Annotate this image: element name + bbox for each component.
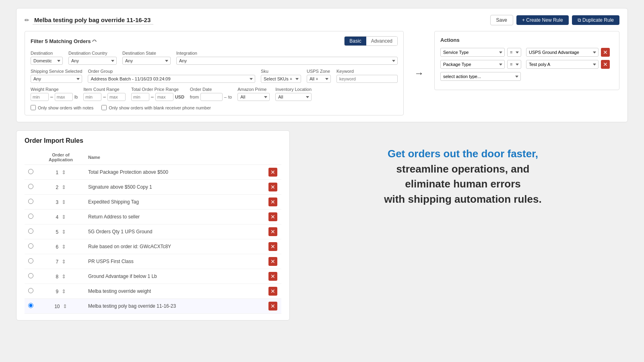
item-count-max[interactable] xyxy=(107,93,126,101)
rule-remove-button-5[interactable]: ✕ xyxy=(268,227,277,236)
rule-name-cell-1: Total Package Protection above $500 xyxy=(85,165,265,180)
filter-toggle-group: Basic Advanced xyxy=(344,36,398,46)
order-price-min[interactable] xyxy=(131,93,149,101)
rule-remove-button-6[interactable]: ✕ xyxy=(268,242,277,251)
sort-arrows-9[interactable]: ⇕ xyxy=(62,288,66,294)
col-name: Name xyxy=(85,150,265,165)
inventory-location-select[interactable]: All xyxy=(275,93,312,101)
rule-name-cell-9: Melba testing override weight xyxy=(85,284,265,299)
rule-radio-10[interactable] xyxy=(28,303,33,308)
action-type-select-2[interactable]: Package Type xyxy=(440,60,505,69)
rule-radio-2[interactable] xyxy=(28,184,33,189)
col-order: Order of Application xyxy=(37,150,85,165)
arrow-connector: → xyxy=(410,68,428,79)
weight-min[interactable] xyxy=(31,93,49,101)
country-select[interactable]: Any xyxy=(68,57,117,65)
destination-select[interactable]: Domestic xyxy=(31,57,63,65)
blank-phone-checkbox[interactable] xyxy=(101,105,107,110)
sort-arrows-2[interactable]: ⇕ xyxy=(62,184,66,190)
amazon-prime-select[interactable]: All xyxy=(237,93,270,101)
action-condition-select-2[interactable]: = xyxy=(507,60,521,69)
order-date-from[interactable] xyxy=(200,93,223,101)
rule-radio-1[interactable] xyxy=(28,169,33,174)
sort-arrows-10[interactable]: ⇕ xyxy=(63,303,67,309)
action-row-3: select action type... xyxy=(440,72,613,81)
sort-arrows-8[interactable]: ⇕ xyxy=(62,274,66,280)
rule-remove-button-10[interactable]: ✕ xyxy=(268,302,277,311)
order-date-label: Order Date xyxy=(190,87,232,92)
basic-tab[interactable]: Basic xyxy=(345,37,366,45)
action-condition-select-1[interactable]: = xyxy=(507,48,521,57)
state-select[interactable]: Any xyxy=(122,57,171,65)
order-price-max[interactable] xyxy=(155,93,173,101)
action-value-select-1[interactable]: USPS Ground Advantage xyxy=(526,48,599,57)
integration-select[interactable]: Any xyxy=(176,57,398,65)
sort-arrows-5[interactable]: ⇕ xyxy=(62,229,66,235)
weight-max[interactable] xyxy=(55,93,73,101)
rule-name-cell-6: Rule based on order id: GWcACXTc8Y xyxy=(85,239,265,254)
action-row-2: Package Type = Test poly A ✕ xyxy=(440,60,613,69)
rule-remove-button-3[interactable]: ✕ xyxy=(268,197,277,206)
save-button[interactable]: Save xyxy=(490,15,513,25)
rule-radio-4[interactable] xyxy=(28,214,33,219)
rule-radio-6[interactable] xyxy=(28,243,33,249)
action-value-select-2[interactable]: Test poly A xyxy=(526,60,599,69)
rule-name-cell-4: Return Address to seller xyxy=(85,210,265,224)
notes-checkbox[interactable] xyxy=(31,105,36,110)
notes-checkbox-label: Only show orders with notes xyxy=(31,105,93,110)
duplicate-rule-button[interactable]: ⧉ Duplicate Rule xyxy=(572,15,619,25)
action-type-select-1[interactable]: Service Type xyxy=(440,48,505,57)
table-row: 8 ⇕ Ground Advantage if below 1 Lb ✕ xyxy=(25,269,281,284)
action-remove-button-1[interactable]: ✕ xyxy=(601,48,610,57)
blank-phone-checkbox-label: Only show orders with blank receiver pho… xyxy=(101,105,211,110)
integration-label: Integration xyxy=(176,51,398,56)
shipping-select[interactable]: Any xyxy=(31,75,82,83)
rule-remove-button-9[interactable]: ✕ xyxy=(268,287,277,296)
inventory-location-label: Inventory Location xyxy=(275,87,312,92)
rule-remove-button-2[interactable]: ✕ xyxy=(268,183,277,191)
item-count-label: Item Count Range xyxy=(83,87,126,92)
rule-remove-button-1[interactable]: ✕ xyxy=(268,168,277,177)
marketing-text-block: Get orders out the door faster, streamli… xyxy=(384,146,541,207)
rule-name-input[interactable] xyxy=(33,16,153,25)
table-row: 4 ⇕ Return Address to seller ✕ xyxy=(25,210,281,224)
rule-remove-button-8[interactable]: ✕ xyxy=(268,272,277,281)
create-new-rule-button[interactable]: + Create New Rule xyxy=(516,15,569,25)
advanced-tab[interactable]: Advanced xyxy=(366,37,397,45)
sort-arrows-7[interactable]: ⇕ xyxy=(62,259,66,265)
sort-arrows-3[interactable]: ⇕ xyxy=(62,199,66,205)
edit-icon: ✏ xyxy=(25,17,29,23)
action-row-1: Service Type = USPS Ground Advantage ✕ xyxy=(440,48,613,57)
table-row: 10 ⇕ Melba testing poly bag override 11-… xyxy=(25,299,281,314)
order-group-label: Order Group xyxy=(88,69,255,74)
sku-select[interactable]: Select SKUs + xyxy=(261,75,301,83)
rule-radio-3[interactable] xyxy=(28,199,33,204)
rule-radio-8[interactable] xyxy=(28,273,33,278)
table-row: 3 ⇕ Expedited Shipping Tag ✕ xyxy=(25,195,281,210)
usps-zone-select[interactable]: All + xyxy=(307,75,331,83)
action-remove-button-2[interactable]: ✕ xyxy=(601,60,610,69)
keyword-label: Keyword xyxy=(336,69,398,74)
country-label: Destination Country xyxy=(68,51,117,56)
rule-radio-9[interactable] xyxy=(28,288,33,293)
rule-remove-button-4[interactable]: ✕ xyxy=(268,212,277,221)
order-price-label: Total Order Price Range xyxy=(131,87,184,92)
keyword-input[interactable] xyxy=(336,75,398,83)
rule-radio-7[interactable] xyxy=(28,258,33,263)
order-group-select[interactable]: Address Book Batch - 11/16/23 03:24:09 xyxy=(88,75,255,83)
table-row: 1 ⇕ Total Package Protection above $500 … xyxy=(25,165,281,180)
rule-name-cell-7: PR USPS First Class xyxy=(85,254,265,269)
destination-label: Destination xyxy=(31,51,63,56)
rule-name-cell-10: Melba testing poly bag override 11-16-23 xyxy=(85,299,265,314)
filter-title: Filter 5 Matching Orders ◠ xyxy=(31,38,96,44)
state-label: Destination State xyxy=(122,51,171,56)
sort-arrows-4[interactable]: ⇕ xyxy=(62,214,66,220)
actions-title: Actions xyxy=(440,37,613,43)
item-count-min[interactable] xyxy=(83,93,101,101)
rule-name-cell-2: Signature above $500 Copy 1 xyxy=(85,180,265,195)
sort-arrows-1[interactable]: ⇕ xyxy=(62,169,66,175)
rule-radio-5[interactable] xyxy=(28,228,33,234)
rule-remove-button-7[interactable]: ✕ xyxy=(268,257,277,266)
action-type-select-3[interactable]: select action type... xyxy=(440,72,521,81)
sort-arrows-6[interactable]: ⇕ xyxy=(62,244,66,250)
